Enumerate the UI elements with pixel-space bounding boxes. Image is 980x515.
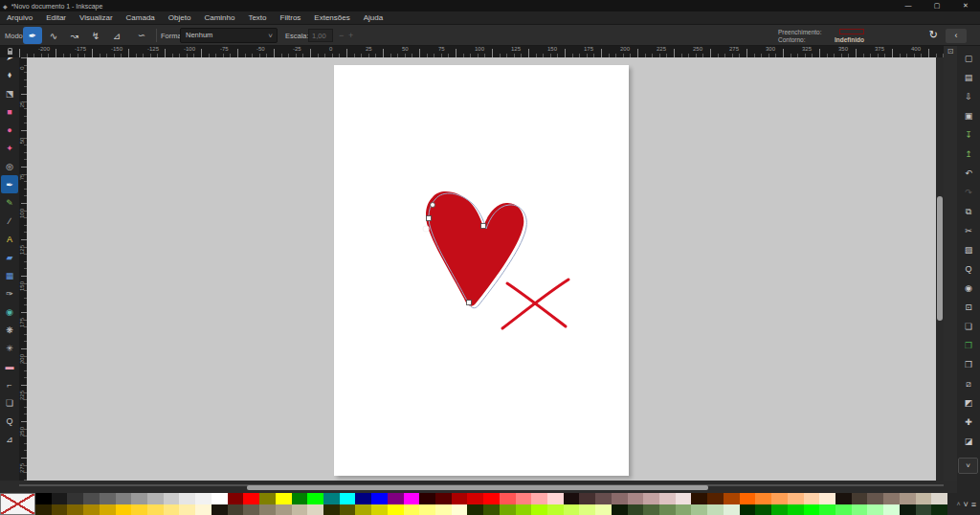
horizontal-scrollbar[interactable]: [0, 481, 957, 493]
snapbar-collapse-button[interactable]: ‹: [946, 29, 967, 43]
ruler-corner[interactable]: [0, 46, 19, 57]
scale-input[interactable]: 1,00: [308, 29, 333, 42]
mode-paraxial-button[interactable]: ⊿: [107, 27, 126, 44]
vertical-ruler[interactable]: 0255075100125150175200225250275: [19, 57, 27, 481]
pen-tool[interactable]: ✒: [1, 175, 18, 193]
palette-swatch[interactable]: [628, 504, 644, 515]
tweak-tool[interactable]: ❋: [1, 321, 18, 339]
palette-swatch[interactable]: [643, 504, 659, 515]
palette-swatch[interactable]: [467, 493, 483, 504]
text-tool[interactable]: A: [1, 230, 18, 248]
palette-swatch[interactable]: [452, 504, 468, 515]
menu-item[interactable]: Visualizar: [73, 11, 120, 25]
path-node-handle[interactable]: [481, 224, 486, 229]
find-icon[interactable]: Q: [959, 259, 978, 279]
palette-swatch[interactable]: [916, 504, 932, 515]
palette-swatch[interactable]: [307, 504, 323, 515]
cut-icon[interactable]: ✂: [959, 221, 978, 240]
palette-swatch[interactable]: [900, 493, 916, 504]
palette-swatch[interactable]: [35, 493, 52, 504]
palette-swatch[interactable]: [452, 493, 468, 504]
palette-swatch[interactable]: [819, 493, 835, 504]
palette-swatch[interactable]: [147, 504, 164, 515]
palette-swatch[interactable]: [307, 493, 323, 504]
palette-swatch[interactable]: [467, 504, 483, 515]
save-icon[interactable]: ⇩: [959, 87, 978, 106]
menu-item[interactable]: Arquivo: [0, 11, 39, 25]
fill-stroke-dialog-icon[interactable]: ◪: [959, 432, 978, 451]
palette-swatch[interactable]: [52, 493, 68, 504]
palette-swatch[interactable]: [835, 493, 852, 504]
palette-swatch[interactable]: [788, 493, 804, 504]
palette-swatch[interactable]: [883, 493, 900, 504]
palette-swatch[interactable]: [547, 493, 564, 504]
palette-swatch[interactable]: [819, 504, 835, 515]
palette-swatch[interactable]: [852, 504, 868, 515]
palette-swatch[interactable]: [323, 504, 340, 515]
palette-swatch[interactable]: [595, 504, 612, 515]
palette-swatch[interactable]: [707, 504, 724, 515]
palette-swatch[interactable]: [867, 493, 883, 504]
palette-swatch[interactable]: [547, 504, 564, 515]
palette-swatch[interactable]: [131, 504, 147, 515]
palette-swatch[interactable]: [259, 493, 276, 504]
menu-item[interactable]: Filtros: [274, 11, 308, 25]
palette-swatch[interactable]: [276, 493, 292, 504]
palette-swatch[interactable]: [179, 493, 195, 504]
vertical-scrollbar[interactable]: [936, 57, 944, 481]
palette-swatch[interactable]: [228, 493, 244, 504]
palette-swatch[interactable]: [740, 493, 756, 504]
pages-tool[interactable]: ❏: [1, 393, 18, 412]
commands-expand-button[interactable]: ˅: [958, 458, 978, 474]
palette-scroll-down-icon[interactable]: ˅: [963, 500, 968, 509]
menu-item[interactable]: Extensões: [307, 11, 356, 25]
spray-tool[interactable]: ✳: [1, 339, 18, 357]
palette-swatch[interactable]: [707, 493, 724, 504]
palette-swatch[interactable]: [371, 493, 388, 504]
shape-builder-tool[interactable]: ⬔: [1, 84, 18, 102]
palette-swatch[interactable]: [67, 493, 83, 504]
snap-toggle-icon[interactable]: ↻: [929, 29, 938, 41]
palette-swatch[interactable]: [355, 493, 371, 504]
palette-swatch[interactable]: [531, 504, 547, 515]
paint-bucket-tool[interactable]: ◉: [1, 302, 18, 321]
vertical-scrollbar-thumb[interactable]: [937, 196, 943, 321]
palette-swatch[interactable]: [419, 504, 435, 515]
menu-item[interactable]: Editar: [39, 11, 73, 25]
palette-swatch[interactable]: [931, 504, 947, 515]
palette-swatch[interactable]: [595, 493, 612, 504]
palette-swatch[interactable]: [388, 504, 404, 515]
palette-swatch[interactable]: [179, 504, 195, 515]
mode-bspline-button[interactable]: ↝: [65, 27, 84, 44]
palette-swatch[interactable]: [564, 504, 580, 515]
palette-swatch[interactable]: [500, 504, 516, 515]
palette-swatch[interactable]: [676, 493, 692, 504]
maximize-button[interactable]: ▢: [923, 2, 951, 10]
palette-swatch[interactable]: [212, 493, 228, 504]
palette-swatch[interactable]: [388, 493, 404, 504]
palette-swatch[interactable]: [659, 493, 676, 504]
connector-tool[interactable]: ⌐: [1, 375, 18, 393]
palette-swatch[interactable]: [691, 504, 707, 515]
palette-swatch[interactable]: [771, 504, 788, 515]
palette-swatch[interactable]: [516, 493, 532, 504]
palette-swatch[interactable]: [755, 493, 771, 504]
import-icon[interactable]: ↧: [959, 125, 978, 145]
palette-swatch[interactable]: [52, 504, 68, 515]
eraser-tool[interactable]: ▬: [1, 357, 18, 375]
measure-tool[interactable]: ⊿: [1, 430, 18, 448]
palette-swatch[interactable]: [659, 504, 676, 515]
palette-swatch[interactable]: [740, 504, 756, 515]
palette-swatch[interactable]: [931, 493, 947, 504]
undo-icon[interactable]: ↶: [959, 164, 978, 183]
open-document-icon[interactable]: ▤: [959, 68, 978, 87]
palette-swatch[interactable]: [323, 493, 340, 504]
duplicate-icon[interactable]: ❐: [959, 336, 978, 355]
palette-swatch[interactable]: [500, 493, 516, 504]
menu-item[interactable]: Texto: [241, 11, 273, 25]
palette-swatch[interactable]: [579, 504, 595, 515]
palette-none-swatch[interactable]: [0, 493, 35, 515]
path-node-handle[interactable]: [423, 226, 429, 232]
palette-swatch[interactable]: [724, 504, 740, 515]
paste-icon[interactable]: ▨: [959, 240, 978, 259]
